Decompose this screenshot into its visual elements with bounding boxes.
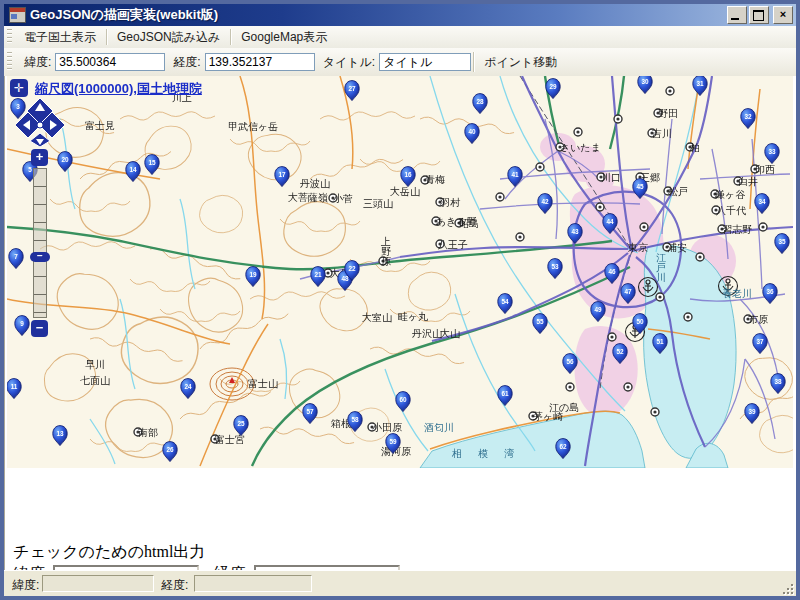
town-symbol	[574, 128, 582, 136]
marker-number: 29	[549, 83, 557, 90]
title-label: タイトル:	[323, 54, 375, 71]
place-label: 富士宮	[215, 434, 245, 445]
town-symbol	[624, 383, 632, 391]
latitude-label: 緯度:	[24, 54, 51, 71]
map-attribution-link[interactable]: 縮尺図(1000000),国土地理院	[35, 80, 202, 98]
marker-number: 55	[536, 318, 544, 325]
place-label: 印西	[755, 164, 775, 175]
status-latitude-value	[42, 575, 154, 592]
toolbar-grip[interactable]	[7, 52, 12, 72]
zoom-in-button[interactable]: +	[31, 149, 48, 166]
town-symbol	[536, 163, 544, 171]
pan-rosette[interactable]	[16, 97, 64, 147]
map-container: 川上富士見甲武信ヶ岳大菩薩嶺丹波山小菅三頭山大岳山青梅羽村あきる野昭島八王子大月…	[7, 76, 793, 468]
zoom-slider-handle[interactable]: −	[30, 252, 50, 262]
status-latitude-label: 緯度:	[12, 577, 39, 594]
marker-number: 38	[774, 378, 782, 385]
toolbar-grip[interactable]	[7, 29, 12, 44]
town-symbol	[516, 233, 524, 241]
toolbar-separator	[230, 29, 231, 44]
resize-grip[interactable]	[781, 582, 793, 594]
zoom-slider-track[interactable]	[33, 168, 47, 318]
longitude-input[interactable]	[205, 53, 315, 71]
town-symbol	[496, 193, 504, 201]
marker-number: 54	[501, 298, 509, 305]
place-label: 昭島	[459, 218, 479, 229]
marker-number: 39	[748, 408, 756, 415]
minimize-button[interactable]	[727, 6, 747, 24]
place-label: 早川	[85, 359, 105, 370]
marker-number: 11	[11, 383, 18, 390]
place-label: 富士見	[85, 120, 115, 131]
place-label: 上野原	[380, 236, 391, 267]
marker-number: 35	[778, 238, 786, 245]
town-symbol	[656, 293, 664, 301]
map[interactable]: 川上富士見甲武信ヶ岳大菩薩嶺丹波山小菅三頭山大岳山青梅羽村あきる野昭島八王子大月…	[7, 76, 793, 468]
window-title: GeoJSONの描画実装(webkit版)	[30, 6, 218, 24]
show-googlemap-button[interactable]: GoogleMap表示	[233, 27, 335, 48]
place-label: 畦ヶ丸	[398, 311, 428, 322]
marker-number: 51	[656, 338, 664, 345]
town-symbol	[666, 87, 674, 95]
marker-number: 46	[608, 268, 616, 275]
marker-number: 16	[404, 171, 412, 178]
marker-number: 14	[129, 166, 137, 173]
place-label: 江の島	[549, 402, 579, 413]
title-input[interactable]	[379, 53, 471, 71]
town-symbol	[684, 313, 692, 321]
town-symbol	[759, 223, 767, 231]
place-label: 市原	[748, 314, 768, 325]
marker-number: 5	[28, 166, 32, 173]
marker-number: 27	[348, 85, 356, 92]
place-label: 八千代	[716, 205, 746, 216]
marker-number: 60	[399, 396, 407, 403]
marker-number: 53	[551, 263, 559, 270]
place-label: 甲武信ヶ岳	[228, 121, 278, 132]
town-symbol	[696, 253, 704, 261]
place-label: 浦安	[667, 242, 687, 253]
html-output-heading: チェックのためのhtml出力	[13, 542, 205, 563]
title-bar[interactable]: GeoJSONの描画実装(webkit版) ×	[4, 4, 796, 26]
show-denshikokudo-button[interactable]: 電子国土表示	[16, 27, 104, 48]
place-label: 小田原	[372, 422, 402, 433]
marker-number: 33	[768, 148, 776, 155]
marker-number: 24	[184, 383, 192, 390]
place-label: 松戸	[668, 186, 688, 197]
marker-number: 34	[758, 198, 766, 205]
place-label: 江戸川	[656, 252, 666, 283]
place-label: 吉川	[652, 128, 672, 139]
close-button[interactable]: ×	[773, 6, 793, 24]
marker-number: 49	[594, 306, 602, 313]
place-label: 七面山	[80, 375, 110, 386]
move-point-button[interactable]: ポイント移動	[476, 52, 565, 73]
marker-number: 30	[641, 78, 649, 85]
status-longitude-value	[194, 575, 312, 592]
load-geojson-button[interactable]: GeoJSON読み込み	[109, 27, 228, 48]
marker-number: 26	[166, 446, 174, 453]
place-label: 丹沢山	[412, 328, 442, 339]
marker-number: 45	[636, 183, 644, 190]
place-label: 大菩薩嶺	[288, 192, 328, 203]
pan-mode-button[interactable]: ✛	[10, 79, 28, 97]
status-bar: 緯度: 経度:	[4, 570, 796, 597]
coordinate-toolbar: 緯度: 経度: タイトル: ポイント移動	[4, 48, 796, 77]
zoom-out-button[interactable]: −	[31, 320, 48, 337]
town-symbol	[651, 408, 659, 416]
marker-number: 36	[766, 288, 774, 295]
place-label: 柏	[689, 142, 700, 153]
toolbar-separator	[106, 29, 107, 44]
main-toolbar: 電子国土表示 GeoJSON読み込み GoogleMap表示	[4, 26, 796, 49]
place-label: 習志野	[722, 224, 752, 235]
marker-number: 7	[14, 253, 18, 260]
town-symbol	[596, 203, 604, 211]
minimize-icon	[731, 18, 739, 20]
town-symbol	[614, 115, 622, 123]
marker-number: 22	[348, 265, 356, 272]
marker-number: 31	[696, 80, 704, 87]
place-label: 三頭山	[363, 198, 393, 209]
latitude-input[interactable]	[55, 53, 165, 71]
marker-number: 28	[476, 98, 484, 105]
place-label: さいたま	[560, 142, 601, 153]
maximize-button[interactable]	[749, 6, 769, 24]
place-label: 羽村	[439, 197, 461, 208]
